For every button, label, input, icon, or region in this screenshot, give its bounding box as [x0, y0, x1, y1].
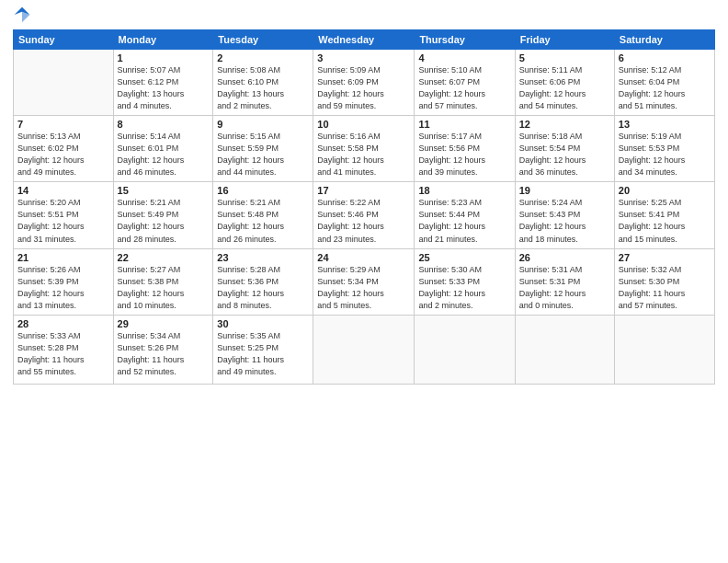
day-info: Sunrise: 5:13 AMSunset: 6:02 PMDaylight:…: [17, 131, 109, 178]
day-info: Sunrise: 5:19 AMSunset: 5:53 PMDaylight:…: [619, 131, 711, 178]
day-number: 22: [118, 252, 210, 263]
day-info: Sunrise: 5:11 AMSunset: 6:06 PMDaylight:…: [519, 64, 610, 112]
day-info: Sunrise: 5:15 AMSunset: 5:59 PMDaylight:…: [217, 131, 309, 178]
day-cell: 14Sunrise: 5:20 AMSunset: 5:51 PMDayligh…: [14, 182, 114, 248]
day-cell: 21Sunrise: 5:26 AMSunset: 5:39 PMDayligh…: [14, 248, 114, 315]
day-cell: 8Sunrise: 5:14 AMSunset: 6:01 PMDaylight…: [113, 116, 213, 182]
day-number: 15: [118, 185, 210, 196]
day-number: 30: [217, 318, 309, 329]
day-info: Sunrise: 5:10 AMSunset: 6:07 PMDaylight:…: [418, 64, 510, 112]
day-cell: 11Sunrise: 5:17 AMSunset: 5:56 PMDayligh…: [415, 116, 515, 182]
day-number: 5: [519, 52, 610, 63]
day-info: Sunrise: 5:22 AMSunset: 5:46 PMDaylight:…: [317, 197, 410, 245]
day-info: Sunrise: 5:29 AMSunset: 5:34 PMDaylight:…: [317, 264, 410, 312]
day-info: Sunrise: 5:07 AMSunset: 6:12 PMDaylight:…: [118, 64, 210, 112]
day-info: Sunrise: 5:14 AMSunset: 6:01 PMDaylight:…: [118, 131, 210, 178]
day-cell: 16Sunrise: 5:21 AMSunset: 5:48 PMDayligh…: [213, 182, 313, 248]
day-cell: 19Sunrise: 5:24 AMSunset: 5:43 PMDayligh…: [515, 182, 614, 248]
weekday-header-monday: Monday: [113, 30, 213, 50]
day-number: 26: [519, 252, 610, 263]
day-number: 1: [118, 52, 210, 63]
day-cell: 15Sunrise: 5:21 AMSunset: 5:49 PMDayligh…: [113, 182, 213, 248]
day-cell: 24Sunrise: 5:29 AMSunset: 5:34 PMDayligh…: [313, 248, 415, 315]
day-cell: 5Sunrise: 5:11 AMSunset: 6:06 PMDaylight…: [515, 50, 614, 116]
week-row-3: 21Sunrise: 5:26 AMSunset: 5:39 PMDayligh…: [14, 248, 715, 315]
day-info: Sunrise: 5:33 AMSunset: 5:28 PMDaylight:…: [17, 330, 109, 378]
day-cell: [614, 315, 714, 384]
day-info: Sunrise: 5:32 AMSunset: 5:30 PMDaylight:…: [619, 264, 711, 312]
day-cell: 30Sunrise: 5:35 AMSunset: 5:25 PMDayligh…: [213, 315, 313, 384]
day-number: 23: [217, 252, 309, 263]
week-row-4: 28Sunrise: 5:33 AMSunset: 5:28 PMDayligh…: [14, 315, 715, 384]
day-cell: 9Sunrise: 5:15 AMSunset: 5:59 PMDaylight…: [213, 116, 313, 182]
day-number: 11: [418, 119, 510, 130]
day-number: 2: [217, 52, 309, 63]
day-number: 9: [217, 119, 309, 130]
weekday-header-tuesday: Tuesday: [213, 30, 313, 50]
day-number: 3: [317, 52, 410, 63]
day-cell: 20Sunrise: 5:25 AMSunset: 5:41 PMDayligh…: [614, 182, 714, 248]
day-number: 25: [418, 252, 510, 263]
day-info: Sunrise: 5:08 AMSunset: 6:10 PMDaylight:…: [217, 64, 309, 112]
week-row-1: 7Sunrise: 5:13 AMSunset: 6:02 PMDaylight…: [14, 116, 715, 182]
day-number: 28: [17, 318, 109, 329]
svg-marker-1: [22, 12, 29, 23]
day-cell: 13Sunrise: 5:19 AMSunset: 5:53 PMDayligh…: [614, 116, 714, 182]
day-number: 6: [619, 52, 711, 63]
weekday-header-sunday: Sunday: [14, 30, 114, 50]
logo-icon: [13, 6, 31, 24]
day-info: Sunrise: 5:23 AMSunset: 5:44 PMDaylight:…: [418, 197, 510, 245]
day-number: 19: [519, 185, 610, 196]
day-info: Sunrise: 5:25 AMSunset: 5:41 PMDaylight:…: [619, 197, 711, 245]
weekday-header-wednesday: Wednesday: [313, 30, 415, 50]
day-cell: 23Sunrise: 5:28 AMSunset: 5:36 PMDayligh…: [213, 248, 313, 315]
day-cell: 27Sunrise: 5:32 AMSunset: 5:30 PMDayligh…: [614, 248, 714, 315]
day-number: 7: [17, 119, 109, 130]
day-info: Sunrise: 5:17 AMSunset: 5:56 PMDaylight:…: [418, 131, 510, 178]
weekday-header-friday: Friday: [515, 30, 614, 50]
day-cell: 28Sunrise: 5:33 AMSunset: 5:28 PMDayligh…: [14, 315, 114, 384]
day-cell: 29Sunrise: 5:34 AMSunset: 5:26 PMDayligh…: [113, 315, 213, 384]
day-number: 29: [118, 318, 210, 329]
page: SundayMondayTuesdayWednesdayThursdayFrid…: [0, 0, 728, 563]
day-cell: 4Sunrise: 5:10 AMSunset: 6:07 PMDaylight…: [415, 50, 515, 116]
logo: [13, 9, 33, 24]
day-info: Sunrise: 5:09 AMSunset: 6:09 PMDaylight:…: [317, 64, 410, 112]
weekday-header-thursday: Thursday: [415, 30, 515, 50]
header: [13, 9, 715, 24]
day-info: Sunrise: 5:12 AMSunset: 6:04 PMDaylight:…: [619, 64, 711, 112]
day-cell: [415, 315, 515, 384]
day-number: 18: [418, 185, 510, 196]
day-cell: 22Sunrise: 5:27 AMSunset: 5:38 PMDayligh…: [113, 248, 213, 315]
day-cell: 25Sunrise: 5:30 AMSunset: 5:33 PMDayligh…: [415, 248, 515, 315]
day-number: 27: [619, 252, 711, 263]
day-cell: [14, 50, 114, 116]
day-cell: 2Sunrise: 5:08 AMSunset: 6:10 PMDaylight…: [213, 50, 313, 116]
day-number: 24: [317, 252, 410, 263]
day-info: Sunrise: 5:16 AMSunset: 5:58 PMDaylight:…: [317, 131, 410, 178]
day-info: Sunrise: 5:34 AMSunset: 5:26 PMDaylight:…: [118, 330, 210, 378]
day-number: 12: [519, 119, 610, 130]
day-cell: 17Sunrise: 5:22 AMSunset: 5:46 PMDayligh…: [313, 182, 415, 248]
week-row-0: 1Sunrise: 5:07 AMSunset: 6:12 PMDaylight…: [14, 50, 715, 116]
day-info: Sunrise: 5:35 AMSunset: 5:25 PMDaylight:…: [217, 330, 309, 378]
day-info: Sunrise: 5:18 AMSunset: 5:54 PMDaylight:…: [519, 131, 610, 178]
day-cell: [515, 315, 614, 384]
week-row-2: 14Sunrise: 5:20 AMSunset: 5:51 PMDayligh…: [14, 182, 715, 248]
weekday-header-saturday: Saturday: [614, 30, 714, 50]
day-info: Sunrise: 5:31 AMSunset: 5:31 PMDaylight:…: [519, 264, 610, 312]
day-info: Sunrise: 5:21 AMSunset: 5:49 PMDaylight:…: [118, 197, 210, 245]
day-info: Sunrise: 5:30 AMSunset: 5:33 PMDaylight:…: [418, 264, 510, 312]
day-number: 16: [217, 185, 309, 196]
day-cell: 26Sunrise: 5:31 AMSunset: 5:31 PMDayligh…: [515, 248, 614, 315]
weekday-header-row: SundayMondayTuesdayWednesdayThursdayFrid…: [14, 30, 715, 50]
day-number: 21: [17, 252, 109, 263]
day-cell: 10Sunrise: 5:16 AMSunset: 5:58 PMDayligh…: [313, 116, 415, 182]
day-cell: 12Sunrise: 5:18 AMSunset: 5:54 PMDayligh…: [515, 116, 614, 182]
day-number: 13: [619, 119, 711, 130]
day-info: Sunrise: 5:26 AMSunset: 5:39 PMDaylight:…: [17, 264, 109, 312]
calendar: SundayMondayTuesdayWednesdayThursdayFrid…: [13, 29, 715, 385]
day-cell: 1Sunrise: 5:07 AMSunset: 6:12 PMDaylight…: [113, 50, 213, 116]
day-cell: 3Sunrise: 5:09 AMSunset: 6:09 PMDaylight…: [313, 50, 415, 116]
day-info: Sunrise: 5:27 AMSunset: 5:38 PMDaylight:…: [118, 264, 210, 312]
